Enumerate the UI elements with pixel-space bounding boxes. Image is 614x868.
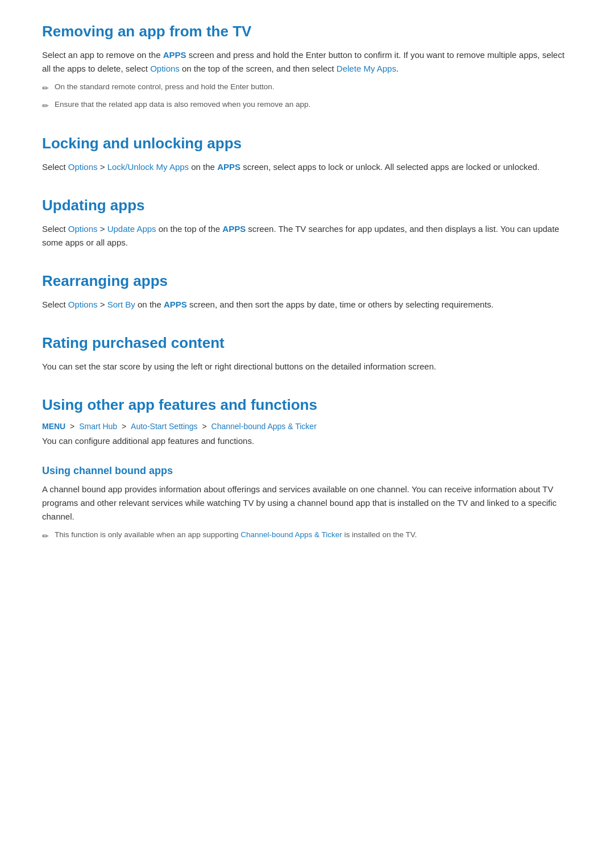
removing-text-1: Select an app to remove on the	[42, 50, 163, 60]
note-text-2: Ensure that the related app data is also…	[55, 99, 310, 110]
channel-bound-note-1: ✏ This function is only available when a…	[42, 529, 572, 542]
subsection-title-channel-bound: Using channel bound apps	[42, 465, 572, 477]
channel-bound-note-part2: is installed on the TV.	[342, 530, 417, 539]
subsection-channel-bound: Using channel bound apps A channel bound…	[42, 465, 572, 542]
rearranging-body: Select Options > Sort By on the APPS scr…	[42, 298, 572, 312]
section-removing-app: Removing an app from the TV Select an ap…	[42, 23, 572, 112]
section-title-removing: Removing an app from the TV	[42, 23, 572, 40]
removing-text-4: .	[396, 64, 399, 73]
section-updating-apps: Updating apps Select Options > Update Ap…	[42, 197, 572, 250]
section-locking-apps: Locking and unlocking apps Select Option…	[42, 135, 572, 174]
locking-apps-highlight: APPS	[217, 162, 240, 172]
updating-update-highlight: Update Apps	[107, 224, 156, 234]
rearranging-sort-highlight: Sort By	[107, 300, 135, 309]
section-title-using-other: Using other app features and functions	[42, 396, 572, 414]
rearranging-options-highlight: Options	[68, 300, 98, 309]
breadcrumb-sep-2: >	[119, 422, 128, 431]
breadcrumb-sep-3: >	[200, 422, 209, 431]
updating-options-highlight: Options	[68, 224, 98, 234]
rating-body: You can set the star score by using the …	[42, 360, 572, 373]
locking-arrow: >	[98, 162, 107, 172]
section-title-rating: Rating purchased content	[42, 334, 572, 352]
section-rearranging-apps: Rearranging apps Select Options > Sort B…	[42, 272, 572, 312]
pencil-icon-1: ✏	[42, 82, 49, 94]
rearranging-text-1: Select	[42, 300, 68, 309]
note-item-1: ✏ On the standard remote control, press …	[42, 81, 572, 94]
rearranging-arrow: >	[98, 300, 107, 309]
rearranging-text-3: screen, and then sort the apps by date, …	[187, 300, 493, 309]
breadcrumb-menu: MENU	[42, 422, 65, 431]
note-text-1: On the standard remote control, press an…	[55, 81, 274, 93]
breadcrumb-channelbound: Channel-bound Apps & Ticker	[211, 422, 317, 431]
updating-text-1: Select	[42, 224, 68, 234]
section-using-other-app: Using other app features and functions M…	[42, 396, 572, 542]
section-rating-content: Rating purchased content You can set the…	[42, 334, 572, 373]
channel-bound-note-highlight: Channel-bound Apps & Ticker	[240, 530, 342, 539]
pencil-icon-3: ✏	[42, 530, 49, 542]
locking-text-1: Select	[42, 162, 68, 172]
removing-body: Select an app to remove on the APPS scre…	[42, 48, 572, 76]
channel-bound-note-part1: This function is only available when an …	[55, 530, 240, 539]
breadcrumb-sep-1: >	[68, 422, 77, 431]
removing-notes: ✏ On the standard remote control, press …	[42, 81, 572, 112]
updating-apps-highlight: APPS	[222, 224, 246, 234]
locking-text-3: screen, select apps to lock or unlock. A…	[240, 162, 540, 172]
rearranging-text-2: on the	[135, 300, 164, 309]
locking-body: Select Options > Lock/Unlock My Apps on …	[42, 160, 572, 174]
updating-text-2: on the top of the	[156, 224, 223, 234]
rearranging-apps-highlight: APPS	[164, 300, 187, 309]
removing-text-3: on the top of the screen, and then selec…	[180, 64, 337, 73]
breadcrumb: MENU > Smart Hub > Auto-Start Settings >…	[42, 422, 572, 431]
updating-body: Select Options > Update Apps on the top …	[42, 222, 572, 250]
removing-apps-highlight: APPS	[163, 50, 186, 60]
breadcrumb-autostart: Auto-Start Settings	[131, 422, 198, 431]
pencil-icon-2: ✏	[42, 100, 49, 112]
section-title-rearranging: Rearranging apps	[42, 272, 572, 290]
using-other-body: You can configure additional app feature…	[42, 434, 572, 448]
section-title-updating: Updating apps	[42, 197, 572, 214]
locking-text-2: on the	[189, 162, 217, 172]
removing-delete-highlight: Delete My Apps	[337, 64, 396, 73]
locking-lock-highlight: Lock/Unlock My Apps	[107, 162, 189, 172]
section-title-locking: Locking and unlocking apps	[42, 135, 572, 152]
channel-bound-body: A channel bound app provides information…	[42, 483, 572, 524]
breadcrumb-smarthub: Smart Hub	[79, 422, 117, 431]
removing-options-highlight: Options	[150, 64, 180, 73]
note-item-2: ✏ Ensure that the related app data is al…	[42, 99, 572, 112]
updating-arrow: >	[98, 224, 107, 234]
locking-options-highlight: Options	[68, 162, 98, 172]
channel-bound-notes: ✏ This function is only available when a…	[42, 529, 572, 542]
channel-bound-note-text: This function is only available when an …	[55, 529, 417, 541]
